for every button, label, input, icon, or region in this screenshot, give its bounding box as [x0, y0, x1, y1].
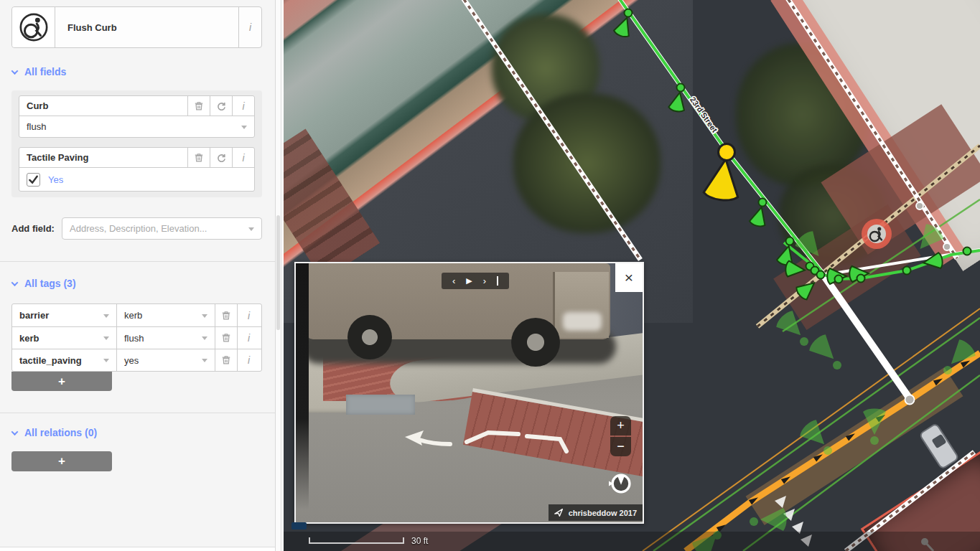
section-divider — [0, 413, 275, 413]
tag-key-combobox[interactable]: barrier — [12, 304, 117, 326]
tag-value-combobox[interactable]: kerb — [117, 304, 215, 326]
add-tag-button[interactable]: + — [11, 372, 112, 391]
combo-caret-icon — [103, 359, 109, 362]
checkbox-label[interactable]: Yes — [48, 174, 63, 185]
chevron-down-icon — [11, 279, 19, 286]
trash-icon[interactable] — [215, 304, 238, 326]
tag-value-combobox[interactable]: flush — [117, 327, 215, 349]
all-tags-header[interactable]: All tags (3) — [12, 278, 275, 289]
tag-key-combobox[interactable]: kerb — [12, 327, 117, 349]
undo-icon[interactable] — [210, 148, 232, 167]
flush-curb-marker[interactable] — [862, 219, 892, 249]
undo-icon[interactable] — [210, 96, 232, 116]
play-button[interactable]: ▶ — [466, 273, 472, 289]
trash-icon[interactable] — [215, 349, 238, 371]
attribution-text: chrisbeddow 2017 — [569, 509, 637, 517]
all-fields-header[interactable]: All fields — [12, 66, 275, 77]
info-icon[interactable]: i — [232, 148, 254, 167]
info-icon[interactable]: i — [232, 96, 254, 116]
close-photo-button[interactable]: × — [615, 263, 643, 292]
scrollbar-thumb[interactable] — [276, 215, 280, 330]
sidebar-scrollbar[interactable] — [275, 0, 281, 551]
info-icon[interactable]: i — [238, 349, 260, 371]
curb-field: Curb i flush — [19, 95, 255, 138]
photo-viewer: ‹ ▶ › × + − chrisbeddow 2017 — [294, 262, 644, 524]
tag-key-combobox[interactable]: tactile_paving — [12, 349, 117, 371]
curb-field-label: Curb — [19, 96, 187, 116]
info-icon[interactable]: i — [238, 304, 260, 326]
combo-caret-icon — [202, 359, 207, 362]
curb-value-combobox[interactable]: flush — [19, 116, 254, 137]
tag-row: kerb flush i — [12, 326, 261, 349]
mapillary-photo-marker[interactable] — [613, 9, 971, 301]
fields-card: Curb i flush — [11, 90, 262, 197]
tag-row: barrier kerb i — [12, 304, 261, 326]
all-relations-header[interactable]: All relations (0) — [12, 427, 275, 438]
tactile-paving-field: Tactile Paving i — [19, 147, 255, 192]
section-divider — [0, 261, 275, 262]
street-name-label: 23rd Street — [689, 95, 719, 134]
photo-nav-toolbar: ‹ ▶ › — [442, 273, 509, 289]
playback-speed-handle[interactable] — [497, 276, 498, 286]
id-editor-app: Flush Curb i All fields Curb — [0, 0, 980, 551]
zoom-out-button[interactable]: − — [610, 437, 631, 456]
combo-caret-icon — [241, 126, 247, 129]
combo-caret-icon — [103, 336, 109, 340]
all-fields-label: All fields — [24, 66, 66, 77]
entity-editor-sidebar: Flush Curb i All fields Curb — [0, 0, 275, 547]
sidebar-bottom-divider — [0, 547, 275, 547]
tactile-field-label: Tactile Paving — [19, 148, 187, 167]
add-field-placeholder: Address, Description, Elevation... — [70, 223, 207, 234]
all-tags-label: All tags (3) — [24, 278, 76, 289]
compass-control[interactable] — [609, 471, 633, 496]
combo-caret-icon — [103, 314, 109, 318]
tag-table: barrier kerb i kerb flush i tactile_pavi… — [11, 303, 262, 372]
prev-photo-button[interactable]: ‹ — [452, 273, 455, 289]
feature-info-button[interactable]: i — [238, 7, 261, 47]
trash-icon[interactable] — [215, 327, 238, 349]
sequence-progress-chip — [291, 522, 307, 529]
add-field-label: Add field: — [11, 223, 62, 234]
photo-zoom-controls: + − — [610, 416, 631, 456]
photo-attribution[interactable]: chrisbeddow 2017 — [549, 504, 643, 521]
chevron-down-icon — [11, 67, 19, 75]
feature-title: Flush Curb — [55, 7, 238, 47]
scale-bar — [309, 537, 404, 544]
add-field-combobox[interactable]: Address, Description, Elevation... — [62, 217, 262, 240]
tactile-paving-checkbox[interactable] — [27, 173, 40, 187]
scale-label: 30 ft — [411, 536, 428, 546]
trash-icon[interactable] — [187, 96, 210, 116]
wheelchair-icon — [12, 7, 55, 47]
info-icon[interactable]: i — [238, 327, 260, 349]
street-level-photo[interactable] — [296, 263, 643, 522]
combo-caret-icon — [202, 314, 207, 318]
tag-value-combobox[interactable]: yes — [117, 349, 215, 371]
combo-caret-icon — [248, 227, 254, 231]
map-canvas[interactable]: 23rd Street 30 ft — [284, 0, 980, 551]
current-photo-marker[interactable] — [703, 144, 742, 202]
add-field-row: Add field: Address, Description, Elevati… — [11, 217, 262, 240]
next-photo-button[interactable]: › — [483, 273, 486, 289]
road-markings — [296, 263, 643, 522]
chevron-down-icon — [11, 428, 19, 435]
add-relation-button[interactable]: + — [11, 451, 112, 471]
feature-header: Flush Curb i — [11, 6, 262, 48]
zoom-in-button[interactable]: + — [610, 416, 631, 435]
mapillary-logo-icon — [554, 508, 564, 517]
curb-value: flush — [27, 121, 46, 132]
combo-caret-icon — [202, 336, 207, 340]
trash-icon[interactable] — [187, 148, 210, 167]
tag-row: tactile_paving yes i — [12, 349, 261, 371]
all-relations-label: All relations (0) — [24, 427, 97, 438]
selected-way[interactable] — [824, 276, 910, 400]
